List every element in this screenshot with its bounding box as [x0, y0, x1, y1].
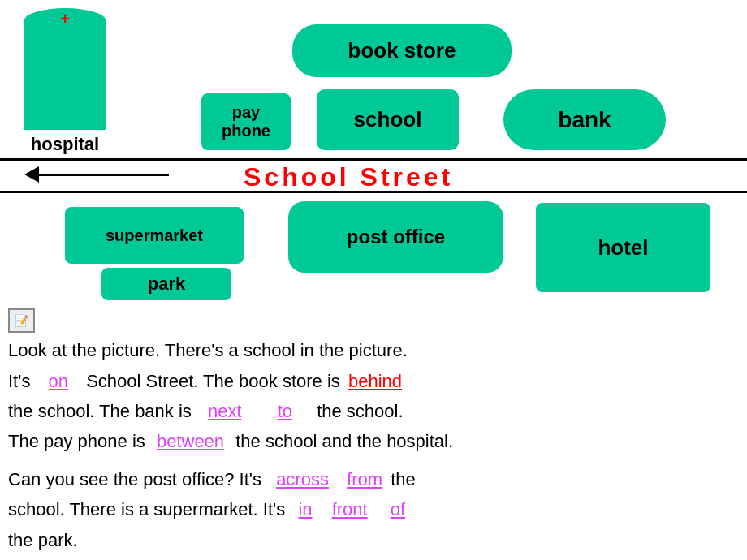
- fill-on: on: [41, 371, 76, 391]
- arrow-head-icon: [24, 166, 39, 183]
- supermarket-building: supermarket: [65, 207, 244, 264]
- postoffice-building: post office: [288, 201, 503, 273]
- p1-text4: the school. The bank is: [8, 401, 192, 421]
- fill-front: front: [329, 499, 371, 519]
- fill-between: between: [153, 431, 227, 451]
- hospital-cross-icon: +: [60, 10, 70, 28]
- paragraph1-line1: Look at the picture. There's a school in…: [8, 336, 739, 364]
- paragraph2-line2: school. There is a supermarket. It's in …: [8, 495, 739, 523]
- p2-text3: school. There is a supermarket. It's: [8, 499, 285, 519]
- fill-in: in: [293, 499, 317, 519]
- p2-text1: Can you see the post office? It's: [8, 469, 261, 489]
- paragraph1-line4: The pay phone is between the school and …: [8, 427, 739, 455]
- paragraph2-line3: the park.: [8, 526, 739, 554]
- p1-text6: The pay phone is: [8, 431, 145, 451]
- p2-text4: the park.: [8, 530, 78, 550]
- school-building: school: [317, 89, 459, 150]
- p1-text7: the school and the hospital.: [235, 431, 453, 451]
- p1-text2: It's: [8, 371, 30, 391]
- hospital-body: [24, 32, 106, 130]
- street-label: School Street: [244, 162, 453, 192]
- hospital-building: + hospital: [24, 8, 106, 155]
- map-area: School Street + hospital book store payp…: [0, 0, 747, 300]
- paragraph1-line3: the school. The bank is next to the scho…: [8, 397, 739, 425]
- hospital-roof: +: [24, 8, 106, 32]
- hospital-label: hospital: [31, 134, 99, 155]
- paragraph2-line1: Can you see the post office? It's across…: [8, 465, 739, 493]
- direction-arrow: [24, 166, 169, 183]
- payphone-building: payphone: [201, 93, 291, 150]
- paragraph1-line2: It's on School Street. The book store is…: [8, 367, 739, 395]
- p1-text3: School Street. The book store is: [86, 371, 340, 391]
- p1-text1: Look at the picture. There's a school in…: [8, 340, 408, 360]
- hotel-building: hotel: [536, 203, 710, 292]
- bank-building: bank: [503, 89, 666, 150]
- bookstore-building: book store: [292, 24, 512, 77]
- fill-to: to: [263, 401, 307, 421]
- street-line-top: [0, 158, 747, 161]
- park-building: park: [101, 268, 231, 300]
- payphone-label: payphone: [222, 103, 270, 140]
- fill-from: from: [345, 469, 384, 489]
- text-content: 📝 Look at the picture. There's a school …: [8, 307, 739, 556]
- notebook-icon: 📝: [8, 308, 35, 333]
- p2-text2: the: [391, 469, 416, 489]
- fill-across: across: [271, 469, 334, 489]
- fill-of: of: [382, 499, 413, 519]
- fill-behind: behind: [348, 371, 402, 391]
- arrow-line: [39, 174, 169, 176]
- p1-text5: the school.: [317, 401, 403, 421]
- fill-next: next: [201, 401, 248, 421]
